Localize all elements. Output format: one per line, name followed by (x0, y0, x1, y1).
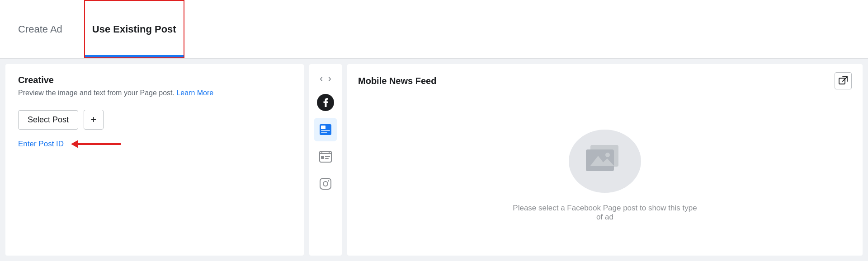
svg-rect-6 (321, 132, 327, 133)
select-post-button[interactable]: Select Post (18, 110, 78, 130)
tab-create-ad-label: Create Ad (18, 23, 62, 35)
image-placeholder-icon (582, 141, 627, 181)
svg-rect-14 (320, 178, 331, 189)
tab-active-underline (85, 55, 184, 57)
svg-marker-1 (71, 140, 78, 148)
preview-panel: Mobile News Feed (347, 64, 863, 256)
feed-card-icon-button[interactable] (314, 118, 337, 141)
side-icon-bar: ‹ › (309, 64, 342, 256)
creative-title: Creative (18, 75, 291, 85)
svg-rect-4 (321, 126, 326, 129)
enter-post-id-link[interactable]: Enter Post ID (18, 140, 64, 149)
instagram-icon (318, 176, 333, 191)
placeholder-text: Please select a Facebook Page post to sh… (510, 204, 700, 222)
stories-icon-button[interactable] (314, 145, 337, 168)
facebook-icon-button[interactable] (314, 91, 337, 114)
red-arrow-icon (71, 138, 125, 150)
tab-bar: Create Ad Use Existing Post (0, 0, 868, 59)
svg-point-15 (323, 182, 328, 186)
facebook-icon (316, 93, 335, 112)
svg-rect-12 (325, 156, 330, 157)
button-row: Select Post + (18, 110, 291, 130)
instagram-icon-button[interactable] (314, 172, 337, 196)
svg-rect-9 (321, 152, 322, 154)
svg-rect-13 (325, 158, 329, 159)
learn-more-link[interactable]: Learn More (176, 89, 213, 97)
tab-use-existing-post[interactable]: Use Existing Post (84, 0, 184, 58)
tab-use-existing-post-label: Use Existing Post (92, 23, 176, 35)
preview-title: Mobile News Feed (358, 76, 436, 86)
external-link-button[interactable] (835, 72, 852, 89)
svg-rect-5 (321, 130, 330, 131)
prev-arrow[interactable]: ‹ (318, 71, 325, 85)
svg-rect-17 (839, 78, 845, 84)
svg-point-16 (328, 180, 329, 182)
svg-rect-10 (329, 152, 330, 154)
svg-rect-8 (320, 153, 331, 154)
preview-header: Mobile News Feed (347, 64, 863, 95)
external-link-icon (839, 76, 848, 85)
stories-icon (318, 149, 333, 164)
creative-panel: Creative Preview the image and text from… (5, 64, 304, 256)
next-arrow[interactable]: › (326, 71, 333, 85)
feed-card-icon (318, 122, 333, 137)
placeholder-image (569, 130, 641, 193)
add-button[interactable]: + (84, 110, 104, 130)
creative-subtitle: Preview the image and text from your Pag… (18, 89, 291, 97)
svg-point-22 (605, 153, 610, 157)
enter-post-id-row: Enter Post ID (18, 138, 291, 150)
svg-rect-11 (321, 156, 324, 159)
tab-create-ad[interactable]: Create Ad (11, 0, 70, 58)
nav-arrow-row: ‹ › (318, 71, 333, 85)
main-content: Creative Preview the image and text from… (0, 59, 868, 261)
preview-body: Please select a Facebook Page post to sh… (347, 95, 863, 256)
creative-subtitle-text: Preview the image and text from your Pag… (18, 89, 175, 97)
